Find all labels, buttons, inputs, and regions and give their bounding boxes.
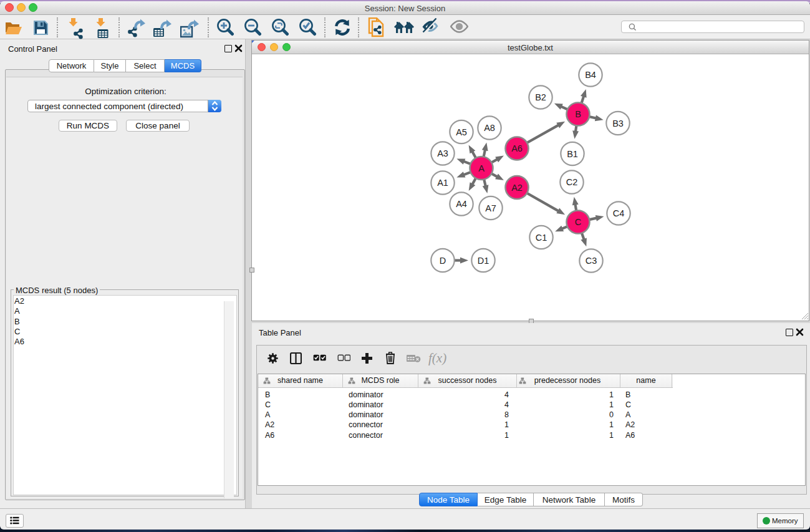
svg-text:A: A	[478, 163, 485, 173]
svg-text:A5: A5	[456, 127, 467, 137]
svg-text:A2: A2	[511, 183, 523, 193]
svg-text:A8: A8	[484, 123, 495, 133]
svg-text:A1: A1	[437, 178, 448, 188]
svg-text:A3: A3	[437, 148, 448, 158]
svg-text:D1: D1	[478, 256, 489, 266]
svg-text:A7: A7	[485, 203, 496, 213]
svg-text:A6: A6	[511, 143, 523, 153]
svg-text:B1: B1	[567, 149, 578, 159]
svg-text:B4: B4	[585, 70, 596, 80]
svg-text:C2: C2	[566, 177, 578, 187]
svg-text:B3: B3	[612, 118, 624, 128]
svg-text:C3: C3	[586, 256, 597, 266]
svg-text:C4: C4	[613, 208, 625, 218]
svg-text:D: D	[440, 256, 446, 266]
svg-text:B: B	[575, 109, 581, 119]
svg-text:C1: C1	[536, 233, 547, 243]
svg-text:B2: B2	[535, 92, 546, 102]
svg-text:A4: A4	[456, 199, 467, 209]
svg-text:C: C	[575, 217, 581, 227]
